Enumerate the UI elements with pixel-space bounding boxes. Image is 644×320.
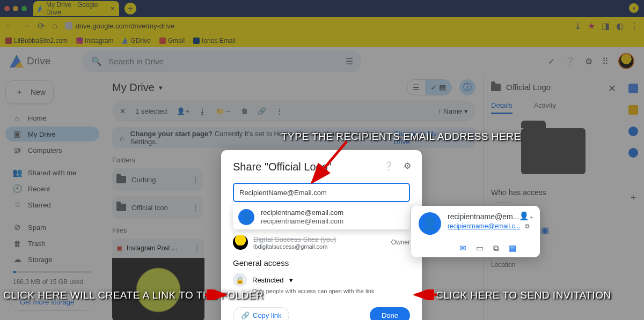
lock-icon: 🔒 <box>233 273 247 287</box>
suggestion-name: recipientname@email.com <box>261 209 343 217</box>
avatar-icon: 👤 <box>419 212 441 235</box>
add-people-input[interactable]: RecipientName@Email.com <box>233 183 410 202</box>
suggestion-email: recipientname@email.com <box>261 217 343 226</box>
settings-gear-icon[interactable]: ⚙ <box>404 161 411 171</box>
avatar-icon: 👤 <box>238 209 254 225</box>
contact-email-link[interactable]: recipientname@email.c... <box>448 222 521 230</box>
owner-email: lbdigitalsuccess@gmail.com <box>253 243 336 250</box>
copy-link-button[interactable]: 🔗 Copy link <box>233 307 289 320</box>
input-value: RecipientName@Email.com <box>239 189 327 197</box>
calendar-icon[interactable]: ▦ <box>509 243 516 253</box>
chat-icon[interactable]: ▭ <box>476 243 484 253</box>
owner-name: Digital Success Sitez (you) <box>253 235 336 243</box>
owner-row: Digital Success Sitez (you) lbdigitalsuc… <box>233 235 410 250</box>
contact-name: recipientname@em... <box>448 212 530 221</box>
contact-popover: 👤 recipientname@em... recipientname@emai… <box>411 206 540 257</box>
chevron-down-icon: ▾ <box>289 276 293 284</box>
done-button[interactable]: Done <box>370 307 410 320</box>
link-icon: 🔗 <box>241 311 250 319</box>
mail-icon[interactable]: ✉ <box>459 243 466 253</box>
general-access-label: General access <box>233 258 410 267</box>
access-level-selector[interactable]: 🔒 Restricted ▾ <box>233 273 410 287</box>
owner-role: Owner <box>391 239 410 246</box>
access-description: Only people with access can open with th… <box>252 288 410 294</box>
video-icon[interactable]: ⧉ <box>493 243 499 253</box>
contact-suggestion[interactable]: 👤 recipientname@email.com recipientname@… <box>233 204 410 229</box>
annotation-copy-link: CLICK HERE WILL CREATE A LINK TO THE FOL… <box>3 289 264 301</box>
owner-avatar <box>233 235 248 250</box>
copy-icon[interactable]: ⧉ <box>525 222 530 230</box>
add-contact-icon[interactable]: 👤₊ <box>519 211 533 221</box>
help-icon[interactable]: ❔ <box>383 161 394 171</box>
annotation-type-email: TYPE THE RECIPIENTS EMAIL ADDRESS HERE <box>281 131 521 143</box>
annotation-send: CLICK HERE TO SEND INVITATION <box>436 289 611 301</box>
